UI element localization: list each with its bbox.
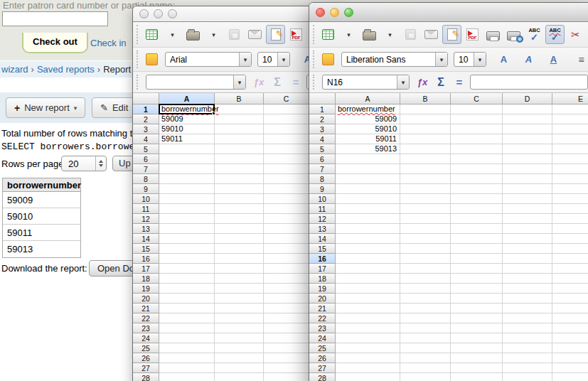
cell-A16[interactable] [159,254,215,264]
cell-A7[interactable] [336,164,400,174]
cell-C2[interactable] [264,114,309,124]
cell-D9[interactable] [503,184,552,194]
row-header-26[interactable]: 26 [133,353,159,363]
cell-B28[interactable] [400,373,451,381]
cell-A6[interactable] [159,154,215,164]
cell-D25[interactable] [503,343,552,353]
window-titlebar[interactable] [309,3,588,22]
styles-button[interactable] [319,50,338,69]
cell-B23[interactable] [215,323,264,333]
font-size-combo[interactable]: 10▾ [454,52,486,67]
cell-B17[interactable] [400,264,451,274]
close-button[interactable] [139,9,149,18]
cell-C10[interactable] [451,194,503,204]
formula-button[interactable]: = [288,76,304,88]
cell-E24[interactable] [552,333,588,343]
row-header-7[interactable]: 7 [133,164,159,174]
cell-B1[interactable] [400,104,451,114]
row-header-27[interactable]: 27 [309,363,336,373]
cell-B5[interactable] [400,144,451,154]
cell-E11[interactable] [552,204,588,214]
cell-A25[interactable] [336,343,400,353]
cell-B7[interactable] [400,164,451,174]
cell-D14[interactable] [503,234,552,244]
cell-E19[interactable] [552,284,588,294]
cell-A10[interactable] [336,194,400,204]
row-header-2[interactable]: 2 [309,114,336,124]
row-header-16[interactable]: 16 [309,254,336,264]
cell-A26[interactable] [336,353,400,363]
cell-E23[interactable] [552,323,588,333]
cell-C23[interactable] [264,323,309,333]
new-report-button[interactable]: + New report ▾ [6,97,85,118]
cell-B6[interactable] [400,154,451,164]
cell-D1[interactable] [503,104,552,114]
cell-A2[interactable]: 59009 [336,114,400,124]
cell-C26[interactable] [264,353,309,363]
cell-B22[interactable] [400,313,451,323]
cell-C3[interactable] [264,124,309,134]
cell-C16[interactable] [451,254,503,264]
new-document-button[interactable] [319,25,338,44]
cell-E26[interactable] [552,353,588,363]
cell-C24[interactable] [264,333,309,343]
cell-C9[interactable] [264,184,309,194]
cell-A9[interactable] [159,184,215,194]
column-header-E[interactable]: E [552,93,588,104]
chevron-down-icon[interactable]: ▾ [474,53,486,66]
row-header-2[interactable]: 2 [133,114,159,124]
cell-E9[interactable] [552,184,588,194]
breadcrumb-link-saved-reports[interactable]: Saved reports [37,64,95,75]
styles-button[interactable] [142,50,161,69]
cell-B7[interactable] [215,164,264,174]
save-button[interactable] [225,25,244,44]
cell-E20[interactable] [552,294,588,304]
cell-C18[interactable] [451,274,503,284]
cell-C14[interactable] [264,234,309,244]
cell-A8[interactable] [159,174,215,184]
cell-E16[interactable] [552,254,588,264]
row-header-19[interactable]: 19 [133,284,159,294]
open-document-dropdown-button[interactable]: ▾ [380,25,400,44]
cell-E6[interactable] [552,154,588,164]
formula-button[interactable]: = [451,76,467,88]
cell-A22[interactable] [336,313,400,323]
minimize-button[interactable] [154,9,163,18]
cell-C17[interactable] [264,264,309,274]
cell-A3[interactable]: 59010 [336,124,400,134]
cell-D18[interactable] [503,274,552,284]
cell-D8[interactable] [503,174,552,184]
row-header-10[interactable]: 10 [133,194,159,204]
cell-D26[interactable] [503,353,552,363]
row-header-12[interactable]: 12 [133,214,159,224]
cell-C19[interactable] [451,284,503,294]
function-wizard-button[interactable]: ƒx [251,77,267,87]
cell-C11[interactable] [264,204,309,214]
cell-C9[interactable] [451,184,503,194]
export-pdf-button[interactable]: PDF [463,25,482,44]
cell-D7[interactable] [503,164,552,174]
cell-B9[interactable] [400,184,451,194]
cell-E17[interactable] [552,264,588,274]
cell-E8[interactable] [552,174,588,184]
cell-D16[interactable] [503,254,552,264]
row-header-25[interactable]: 25 [133,343,159,353]
row-header-4[interactable]: 4 [133,134,159,144]
cell-B25[interactable] [215,343,264,353]
cell-C26[interactable] [451,353,503,363]
cut-button[interactable]: ✂ [566,25,585,44]
row-header-26[interactable]: 26 [309,353,336,363]
fill-handle[interactable] [212,112,215,115]
cell-D21[interactable] [503,304,552,313]
cell-B22[interactable] [215,313,264,323]
email-document-button[interactable] [422,25,441,44]
cell-A23[interactable] [159,323,215,333]
cell-D17[interactable] [503,264,552,274]
column-header-A[interactable]: A [336,93,400,104]
row-header-7[interactable]: 7 [309,164,336,174]
cell-C7[interactable] [264,164,309,174]
cell-B13[interactable] [400,224,451,234]
column-header-D[interactable]: D [503,93,552,104]
edit-mode-button[interactable]: ✎ [266,25,285,44]
cell-D27[interactable] [503,363,552,373]
